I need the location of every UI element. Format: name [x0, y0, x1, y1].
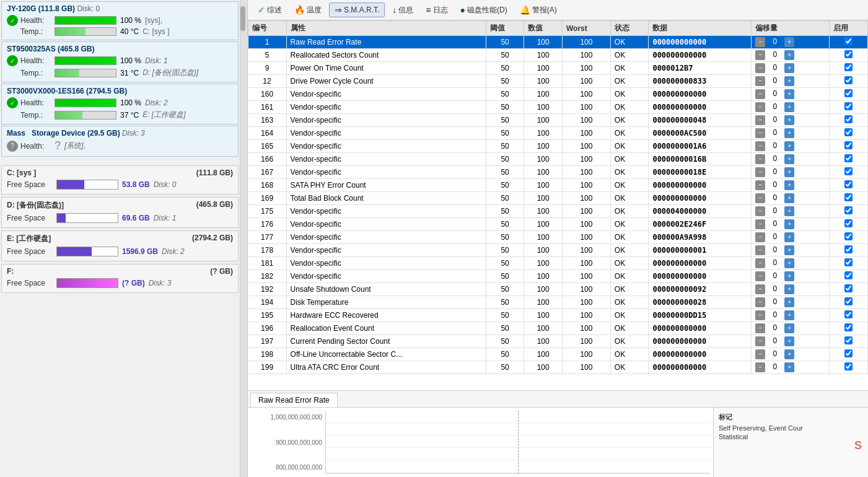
table-row[interactable]: 192 Unsafe Shutdown Count 50 100 100 OK …: [248, 283, 868, 296]
enabled-checkbox[interactable]: [844, 141, 853, 149]
enabled-checkbox[interactable]: [844, 50, 853, 58]
enabled-checkbox[interactable]: [844, 349, 853, 357]
table-row[interactable]: 199 Ultra ATA CRC Error Count 50 100 100…: [248, 361, 868, 374]
table-row[interactable]: 197 Current Pending Sector Count 50 100 …: [248, 335, 868, 348]
table-row[interactable]: 161 Vendor-specific 50 100 100 OK 000000…: [248, 101, 868, 114]
cell-enabled[interactable]: [830, 101, 868, 114]
enabled-checkbox[interactable]: [844, 76, 853, 84]
enabled-checkbox[interactable]: [844, 102, 853, 110]
table-row[interactable]: 194 Disk Temperature 50 100 100 OK 00000…: [248, 296, 868, 309]
offset-minus-btn[interactable]: −: [755, 37, 765, 47]
cell-enabled[interactable]: [830, 127, 868, 140]
offset-minus-btn[interactable]: −: [755, 258, 765, 268]
cell-enabled[interactable]: [830, 218, 868, 231]
offset-minus-btn[interactable]: −: [755, 349, 765, 359]
smart-table-container[interactable]: 编号 属性 阈值 数值 Worst 状态 数据 偏移量 启用 1 Raw Rea…: [248, 20, 868, 390]
enabled-checkbox[interactable]: [844, 245, 853, 253]
offset-minus-btn[interactable]: −: [755, 115, 765, 125]
offset-plus-btn[interactable]: +: [784, 154, 794, 164]
offset-plus-btn[interactable]: +: [784, 128, 794, 138]
table-row[interactable]: 160 Vendor-specific 50 100 100 OK 000000…: [248, 88, 868, 101]
offset-minus-btn[interactable]: −: [755, 154, 765, 164]
table-row[interactable]: 168 SATA PHY Error Count 50 100 100 OK 0…: [248, 179, 868, 192]
offset-plus-btn[interactable]: +: [784, 141, 794, 151]
offset-plus-btn[interactable]: +: [784, 89, 794, 99]
enabled-checkbox[interactable]: [844, 180, 853, 188]
offset-plus-btn[interactable]: +: [784, 219, 794, 229]
offset-plus-btn[interactable]: +: [784, 206, 794, 216]
offset-plus-btn[interactable]: +: [784, 245, 794, 255]
offset-plus-btn[interactable]: +: [784, 76, 794, 86]
offset-minus-btn[interactable]: −: [755, 284, 765, 294]
cell-enabled[interactable]: [830, 361, 868, 374]
table-row[interactable]: 12 Drive Power Cycle Count 50 100 100 OK…: [248, 75, 868, 88]
cell-enabled[interactable]: [830, 75, 868, 88]
offset-minus-btn[interactable]: −: [755, 232, 765, 242]
table-row[interactable]: 195 Hardware ECC Recovered 50 100 100 OK…: [248, 309, 868, 322]
offset-minus-btn[interactable]: −: [755, 167, 765, 177]
offset-minus-btn[interactable]: −: [755, 76, 765, 86]
cell-enabled[interactable]: [830, 296, 868, 309]
table-row[interactable]: 198 Off-Line Uncorrectable Sector C... 5…: [248, 348, 868, 361]
cell-enabled[interactable]: [830, 140, 868, 153]
tab-overview[interactable]: ✓ 综述: [253, 3, 287, 17]
cell-enabled[interactable]: [830, 348, 868, 361]
table-row[interactable]: 163 Vendor-specific 50 100 100 OK 000000…: [248, 114, 868, 127]
enabled-checkbox[interactable]: [844, 310, 853, 318]
cell-enabled[interactable]: [830, 244, 868, 257]
table-row[interactable]: 166 Vendor-specific 50 100 100 OK 000000…: [248, 153, 868, 166]
enabled-checkbox[interactable]: [844, 115, 853, 123]
offset-plus-btn[interactable]: +: [784, 50, 794, 60]
offset-minus-btn[interactable]: −: [755, 193, 765, 203]
cell-enabled[interactable]: [830, 192, 868, 205]
table-row[interactable]: 176 Vendor-specific 50 100 100 OK 000000…: [248, 218, 868, 231]
offset-minus-btn[interactable]: −: [755, 271, 765, 281]
offset-plus-btn[interactable]: +: [784, 349, 794, 359]
enabled-checkbox[interactable]: [844, 63, 853, 71]
table-row[interactable]: 165 Vendor-specific 50 100 100 OK 000000…: [248, 140, 868, 153]
offset-minus-btn[interactable]: −: [755, 362, 765, 372]
offset-plus-btn[interactable]: +: [784, 284, 794, 294]
offset-plus-btn[interactable]: +: [784, 310, 794, 320]
offset-plus-btn[interactable]: +: [784, 180, 794, 190]
bottom-tab-raw-read[interactable]: Raw Read Error Rate: [250, 393, 338, 407]
offset-minus-btn[interactable]: −: [755, 297, 765, 307]
tab-temperature[interactable]: 🔥 温度: [289, 3, 327, 17]
table-row[interactable]: 5 Reallocated Sectors Count 50 100 100 O…: [248, 49, 868, 62]
disk-section-0[interactable]: JY-120G (111.8 GB) Disk: 0 ✓ Health: 100…: [1, 1, 239, 40]
tab-info[interactable]: ↓ 信息: [387, 3, 418, 17]
cell-enabled[interactable]: [830, 49, 868, 62]
cell-enabled[interactable]: [830, 205, 868, 218]
enabled-checkbox[interactable]: [844, 89, 853, 97]
table-row[interactable]: 196 Reallocation Event Count 50 100 100 …: [248, 322, 868, 335]
cell-enabled[interactable]: [830, 114, 868, 127]
disk-section-1[interactable]: ST9500325AS (465.8 GB) ✓ Health: 100 % D…: [1, 42, 239, 82]
offset-plus-btn[interactable]: +: [784, 63, 794, 73]
tab-alert[interactable]: 🔔 警报(A): [515, 3, 562, 17]
table-row[interactable]: 169 Total Bad Block Count 50 100 100 OK …: [248, 192, 868, 205]
enabled-checkbox[interactable]: [844, 271, 853, 279]
cell-enabled[interactable]: [830, 36, 868, 49]
offset-plus-btn[interactable]: +: [784, 258, 794, 268]
cell-enabled[interactable]: [830, 309, 868, 322]
enabled-checkbox[interactable]: [844, 37, 853, 45]
cell-enabled[interactable]: [830, 179, 868, 192]
offset-minus-btn[interactable]: −: [755, 102, 765, 112]
enabled-checkbox[interactable]: [844, 128, 853, 136]
offset-minus-btn[interactable]: −: [755, 63, 765, 73]
left-scrollbar[interactable]: [240, 0, 247, 477]
offset-plus-btn[interactable]: +: [784, 323, 794, 333]
cell-enabled[interactable]: [830, 231, 868, 244]
offset-minus-btn[interactable]: −: [755, 323, 765, 333]
enabled-checkbox[interactable]: [844, 362, 853, 370]
table-row[interactable]: 177 Vendor-specific 50 100 100 OK 000000…: [248, 231, 868, 244]
offset-plus-btn[interactable]: +: [784, 336, 794, 346]
offset-minus-btn[interactable]: −: [755, 336, 765, 346]
disk-section-2[interactable]: ST3000VX000-1ES166 (2794.5 GB) ✓ Health:…: [1, 84, 239, 125]
offset-plus-btn[interactable]: +: [784, 102, 794, 112]
offset-plus-btn[interactable]: +: [784, 362, 794, 372]
enabled-checkbox[interactable]: [844, 193, 853, 201]
offset-minus-btn[interactable]: −: [755, 50, 765, 60]
enabled-checkbox[interactable]: [844, 232, 853, 240]
table-row[interactable]: 181 Vendor-specific 50 100 100 OK 000000…: [248, 257, 868, 270]
